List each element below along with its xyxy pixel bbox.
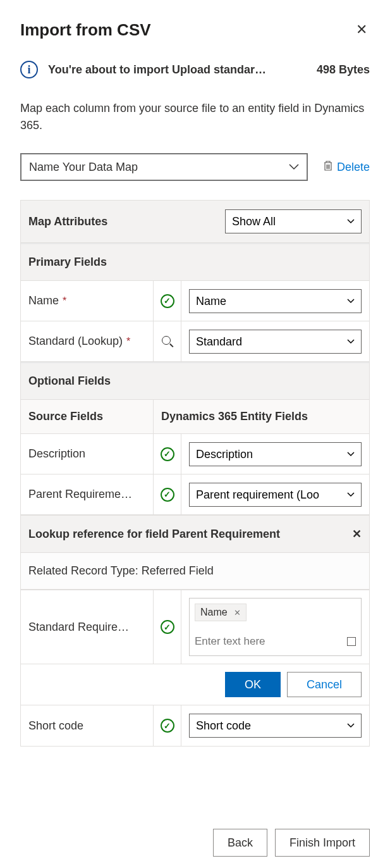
- check-icon: ✓: [161, 488, 174, 502]
- lookup-subheader: Related Record Type: Referred Field: [21, 552, 369, 590]
- source-fields-header: Source Fields: [21, 400, 154, 433]
- field-row-standard: Standard (Lookup) * Standard: [21, 321, 369, 362]
- field-select-standard[interactable]: Standard: [189, 330, 362, 354]
- import-panel: Import from CSV ✕ i You're about to impo…: [0, 0, 390, 747]
- trash-icon: [323, 160, 333, 175]
- field-label: Short code: [28, 719, 83, 733]
- delete-label: Delete: [337, 161, 370, 174]
- info-size: 498 Bytes: [317, 63, 370, 77]
- close-icon[interactable]: ✕: [353, 19, 370, 40]
- finish-import-button[interactable]: Finish Import: [275, 829, 370, 857]
- chevron-down-icon: [289, 162, 299, 172]
- close-icon[interactable]: ✕: [352, 527, 362, 541]
- field-select-description[interactable]: Description: [189, 442, 362, 466]
- field-row-parent-requirement: Parent Requireme… ✓ Parent requirement (…: [21, 474, 369, 515]
- remove-tag-icon[interactable]: ✕: [234, 608, 241, 617]
- field-row-short-code: Short code ✓ Short code: [21, 705, 369, 746]
- back-button[interactable]: Back: [213, 829, 267, 857]
- required-indicator: *: [126, 336, 130, 347]
- filter-select[interactable]: Show All: [225, 209, 362, 233]
- field-row-standard-requirement: Standard Require… ✓ Name ✕: [21, 590, 369, 664]
- info-message: You're about to import Upload standar…: [48, 63, 307, 77]
- panel-description: Map each column from your source file to…: [20, 100, 370, 134]
- field-select-name[interactable]: Name: [189, 289, 362, 313]
- lookup-tag: Name ✕: [195, 604, 247, 621]
- field-select-parent-requirement[interactable]: Parent requirement (Loo: [189, 483, 362, 507]
- entity-fields-header: Dynamics 365 Entity Fields: [154, 400, 369, 433]
- field-label: Standard Require…: [28, 621, 129, 634]
- footer: Back Finish Import: [213, 829, 370, 857]
- field-row-description: Description ✓ Description: [21, 434, 369, 474]
- data-map-name: Name Your Data Map: [29, 161, 138, 174]
- check-icon: ✓: [161, 294, 174, 308]
- check-icon: ✓: [161, 719, 174, 733]
- map-attributes-label: Map Attributes: [28, 215, 107, 228]
- cancel-button[interactable]: Cancel: [287, 672, 362, 697]
- optional-fields-header: Optional Fields: [21, 362, 369, 400]
- field-row-name: Name * ✓ Name: [21, 281, 369, 321]
- info-icon: i: [20, 61, 38, 78]
- lookup-text-input[interactable]: [195, 633, 339, 650]
- field-select-short-code[interactable]: Short code: [189, 714, 362, 738]
- mapping-grid: Map Attributes Show All Primary Fields N…: [20, 200, 370, 747]
- check-icon: ✓: [161, 620, 174, 634]
- panel-title: Import from CSV: [20, 20, 151, 40]
- lookup-reference-section: Lookup reference for field Parent Requir…: [21, 515, 369, 590]
- delete-map-button[interactable]: Delete: [323, 160, 370, 175]
- field-label: Description: [28, 447, 85, 461]
- tag-label: Name: [200, 607, 228, 618]
- lookup-multi-select[interactable]: Name ✕: [189, 598, 362, 656]
- data-map-select[interactable]: Name Your Data Map: [20, 153, 308, 181]
- search-icon: [162, 336, 173, 347]
- ok-button[interactable]: OK: [225, 672, 281, 697]
- check-icon: ✓: [161, 447, 174, 461]
- field-label: Standard (Lookup): [28, 335, 123, 348]
- required-indicator: *: [63, 295, 66, 307]
- field-label: Parent Requireme…: [28, 488, 132, 501]
- expand-icon[interactable]: [347, 637, 356, 646]
- primary-fields-header: Primary Fields: [21, 243, 369, 281]
- field-label: Name: [28, 294, 59, 307]
- lookup-header-label: Lookup reference for field Parent Requir…: [28, 528, 280, 541]
